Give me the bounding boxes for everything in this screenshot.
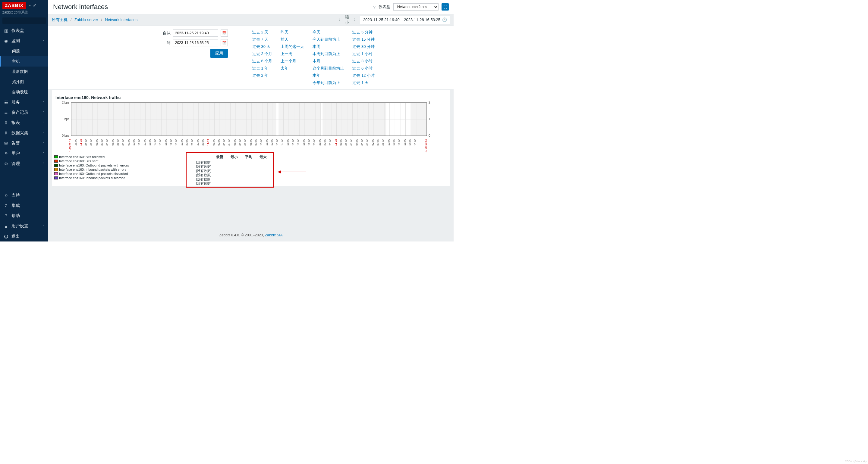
from-calendar-button[interactable]: 📅 <box>221 30 228 37</box>
svg-text:16:00: 16:00 <box>292 139 295 146</box>
preset-link[interactable]: 过去 2 天 <box>252 30 272 35</box>
from-input[interactable] <box>173 30 218 37</box>
preset-link[interactable]: 过去 12 小时 <box>352 73 375 78</box>
crumb-all-hosts[interactable]: 所有主机 <box>52 18 67 22</box>
preset-link[interactable]: 过去 2 年 <box>252 73 272 78</box>
preset-link[interactable]: 今天到目前为止 <box>313 37 344 42</box>
preset-link[interactable]: 本月 <box>313 58 344 64</box>
preset-link[interactable]: 上一周 <box>281 51 304 57</box>
svg-text:22:00: 22:00 <box>196 139 199 146</box>
preset-link[interactable]: 过去 3 个月 <box>252 51 272 57</box>
svg-text:02:00: 02:00 <box>90 139 93 146</box>
preset-link[interactable]: 这个月到目前为止 <box>313 66 344 71</box>
preset-link[interactable]: 今年到目前为止 <box>313 80 344 86</box>
svg-text:2: 2 <box>429 101 430 104</box>
to-label: 到 <box>167 40 170 45</box>
svg-text:12:00: 12:00 <box>398 139 401 146</box>
time-zoomout-button[interactable]: 缩小 <box>343 16 350 24</box>
submenu-主机[interactable]: 主机 <box>0 56 48 67</box>
dashboard-label: 仪表盘 <box>378 4 390 10</box>
footer-link[interactable]: Zabbix SIA <box>265 233 283 237</box>
preset-link[interactable]: 本周到目前为止 <box>313 51 344 57</box>
time-range-display[interactable]: 2023-11-25 21:19:40 – 2023-11-28 16:53:2… <box>360 15 450 24</box>
svg-text:04:00: 04:00 <box>355 139 358 146</box>
time-prev-button[interactable]: 〈 <box>335 16 342 24</box>
preset-link[interactable]: 前天 <box>281 37 304 42</box>
menu-监测[interactable]: ◉监测˄ <box>0 36 48 46</box>
submenu-拓扑图[interactable]: 拓扑图 <box>0 77 48 87</box>
preset-link[interactable]: 过去 15 分钟 <box>352 37 375 42</box>
preset-link[interactable]: 过去 30 天 <box>252 44 272 49</box>
menu-资产记录[interactable]: ≣资产记录˅ <box>0 107 48 118</box>
preset-link[interactable]: 过去 3 小时 <box>352 58 375 64</box>
dashboard-select[interactable]: Network interfaces <box>393 3 438 10</box>
svg-text:08:00: 08:00 <box>249 139 252 146</box>
svg-text:11-28 16:53: 11-28 16:53 <box>424 139 427 152</box>
menu-icon: ⎋ <box>4 193 8 198</box>
preset-link[interactable]: 上周的这一天 <box>281 44 304 49</box>
preset-link[interactable]: 过去 30 分钟 <box>352 44 375 49</box>
menu-支持[interactable]: ⎋支持 <box>0 190 48 201</box>
svg-text:17:00: 17:00 <box>170 139 173 146</box>
logo[interactable]: ZABBIX <box>2 2 26 9</box>
svg-text:03:00: 03:00 <box>95 139 98 146</box>
menu-集成[interactable]: Z集成 <box>0 201 48 211</box>
help-icon[interactable]: ? <box>373 4 375 10</box>
collapse-icon[interactable]: « <box>29 3 31 7</box>
to-input[interactable] <box>173 39 218 46</box>
preset-link[interactable]: 过去 1 年 <box>252 66 272 71</box>
preset-link[interactable]: 过去 1 天 <box>352 80 375 86</box>
svg-text:10:00: 10:00 <box>387 139 390 146</box>
apply-button[interactable]: 应用 <box>210 49 228 58</box>
svg-text:03:00: 03:00 <box>223 139 226 146</box>
brand-subtitle: zabbix 监控系统 <box>2 10 46 15</box>
menu-icon: 🗎 <box>4 121 8 125</box>
chart[interactable]: 0 bps1 bps2 bps01211-25 21:1923:0011-260… <box>53 101 436 152</box>
svg-text:09:00: 09:00 <box>382 139 385 146</box>
crumb-host[interactable]: Zabbix server <box>74 18 98 22</box>
svg-text:02:00: 02:00 <box>345 139 348 146</box>
menu-报表[interactable]: 🗎报表˅ <box>0 118 48 128</box>
svg-text:10:00: 10:00 <box>260 139 263 146</box>
submenu-自动发现[interactable]: 自动发现 <box>0 87 48 97</box>
preset-link[interactable]: 上一个月 <box>281 58 304 64</box>
preset-link[interactable]: 今天 <box>313 30 344 35</box>
legend-item: Interface ens160: Outbound packets disca… <box>54 172 129 176</box>
menu-告警[interactable]: ✉告警˅ <box>0 138 48 148</box>
menu-icon: ≣ <box>4 110 8 115</box>
time-next-button[interactable]: 〉 <box>352 16 359 24</box>
svg-text:15:00: 15:00 <box>414 139 417 146</box>
popout-icon[interactable]: ⤢ <box>33 3 36 7</box>
svg-text:11-25 21:19: 11-25 21:19 <box>69 139 72 152</box>
submenu-最新数据[interactable]: 最新数据 <box>0 67 48 77</box>
menu-数据采集[interactable]: ⇩数据采集˅ <box>0 128 48 138</box>
menu-用户[interactable]: ⚘用户˅ <box>0 148 48 159</box>
menu-帮助[interactable]: ?帮助 <box>0 211 48 221</box>
svg-text:19:00: 19:00 <box>180 139 183 146</box>
menu-退出[interactable]: ⏻退出 <box>0 231 48 241</box>
menu-管理[interactable]: ⚙管理˅ <box>0 159 48 169</box>
to-calendar-button[interactable]: 📅 <box>221 39 228 46</box>
svg-text:08:00: 08:00 <box>122 139 125 146</box>
preset-link[interactable]: 过去 5 分钟 <box>352 30 375 35</box>
preset-link[interactable]: 去年 <box>281 66 304 71</box>
preset-link[interactable]: 本年 <box>313 73 344 78</box>
search-input[interactable] <box>4 19 50 23</box>
svg-text:12:00: 12:00 <box>143 139 146 146</box>
menu-仪表盘[interactable]: ▥仪表盘 <box>0 26 48 36</box>
preset-link[interactable]: 过去 6 小时 <box>352 66 375 71</box>
preset-link[interactable]: 本周 <box>313 44 344 49</box>
preset-link[interactable]: 过去 7 天 <box>252 37 272 42</box>
svg-text:11-26: 11-26 <box>79 139 82 146</box>
svg-text:15:00: 15:00 <box>286 139 289 146</box>
svg-text:09:00: 09:00 <box>127 139 130 146</box>
preset-link[interactable]: 昨天 <box>281 30 304 35</box>
menu-服务[interactable]: ☷服务˅ <box>0 97 48 107</box>
search-bar[interactable]: 🔍 <box>2 18 46 24</box>
submenu-问题[interactable]: 问题 <box>0 46 48 56</box>
menu-用户设置[interactable]: ▲用户设置˅ <box>0 221 48 231</box>
preset-link[interactable]: 过去 6 个月 <box>252 58 272 64</box>
preset-link[interactable]: 过去 1 小时 <box>352 51 375 57</box>
svg-text:09:00: 09:00 <box>254 139 257 146</box>
fullscreen-button[interactable]: ⛶ <box>441 3 449 10</box>
